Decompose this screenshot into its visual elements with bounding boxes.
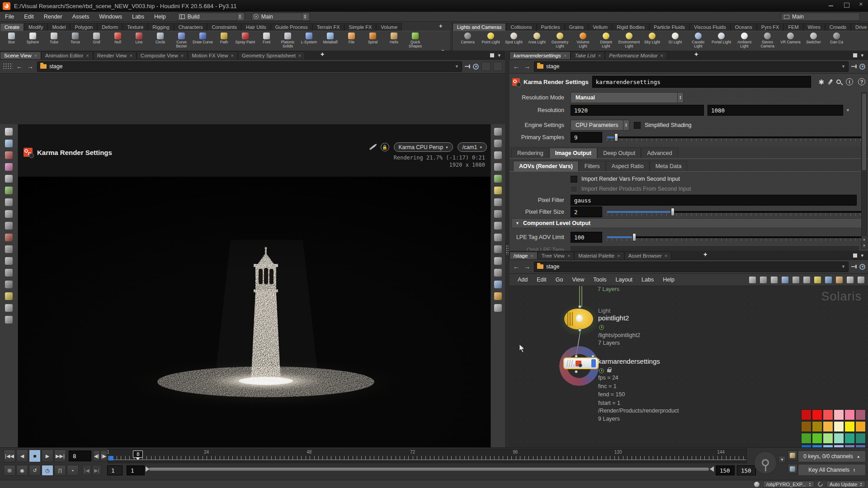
karma-render-settings-node[interactable] [563,357,599,369]
pane-tab[interactable]: Tree View [538,252,575,259]
main-menu-selector[interactable]: Main [251,13,310,21]
shelf-tab[interactable]: Constraints [207,23,241,31]
palette-color-swatch[interactable] [844,409,855,420]
shelf-tool[interactable]: Stereo Camera [757,31,778,51]
menu-item[interactable]: Assets [67,14,94,20]
back-arrow-icon[interactable]: ← [15,63,24,70]
palette-color-swatch[interactable] [834,409,844,420]
shelf-tab[interactable]: Oceans [731,23,757,31]
play-reverse-button[interactable]: ◀ [16,450,28,462]
pane-maximize-icon[interactable] [853,53,857,57]
add-pane-tab-button[interactable]: + [316,51,328,58]
back-arrow-icon[interactable]: ← [512,63,520,70]
viewport-tool-icon[interactable] [494,128,502,136]
shelf-tab[interactable]: Modify [24,23,47,31]
path-dropdown-icon[interactable]: ▼ [841,64,845,69]
viewport-tool-icon[interactable] [494,151,502,159]
import-render-vars-checkbox[interactable] [571,176,577,183]
link-target-icon[interactable] [473,64,479,70]
shelf-tab[interactable]: Characters [174,23,208,31]
menu-item[interactable]: Tools [589,277,611,283]
shelf-tool[interactable]: Torus [65,31,86,51]
maximize-button[interactable] [844,2,849,7]
palette-color-swatch[interactable] [855,421,866,432]
palette-color-swatch[interactable] [855,409,866,420]
key-all-channels-button[interactable]: Key All Channels [798,464,866,476]
network-toolbar-icon[interactable] [793,277,799,283]
close-tab-icon[interactable] [598,53,601,58]
viewport-tool-icon[interactable] [5,316,13,324]
go-to-end-button[interactable]: ▶▶| [54,450,66,462]
viewport-tool-icon[interactable] [5,151,13,159]
key-options-dropdown[interactable]: ▼ [778,456,786,463]
shelf-tool[interactable]: Path [213,31,235,51]
viewport-tool-icon[interactable] [494,292,502,300]
frame-ruler[interactable]: 124487296120144 8 [108,449,747,463]
keyframe-marker[interactable] [109,456,113,460]
network-toolbar-icon[interactable] [771,277,778,283]
menu-item[interactable]: Labs [127,14,149,20]
node-name-label[interactable]: pointlight2 [598,314,629,322]
pane-tab[interactable]: Performance Monitor [605,52,667,59]
pointlight-node[interactable] [564,309,593,329]
brush-icon[interactable] [828,79,833,85]
pin-icon[interactable] [851,64,857,69]
node-name-label[interactable]: karmarendersettings [598,357,660,365]
palette-color-swatch[interactable] [812,421,822,432]
pin-icon[interactable] [851,264,857,269]
playback-start-field[interactable]: 1 [127,465,145,475]
shelf-tool[interactable]: Spiral [362,31,383,51]
prev-keyframe-button[interactable]: ◀| [93,450,100,461]
gear-menu-icon[interactable]: ✱ [818,79,824,85]
viewport-tool-icon[interactable] [494,175,502,183]
shelf-tool[interactable]: Box [1,31,22,51]
component-level-output-section[interactable]: Component Level Output [511,218,862,228]
viewport-tool-icon[interactable] [5,292,13,300]
set-key-button[interactable] [754,451,777,474]
shelf-tab[interactable]: Lights and Cameras [453,23,506,31]
viewport-tool-icon[interactable] [494,257,502,265]
shelf-tool[interactable]: Metaball [320,31,341,51]
shelf-tool[interactable]: Draw Curve [192,31,213,51]
shelf-tab[interactable]: Wires [803,23,825,31]
range-end-handle[interactable] [710,466,714,472]
network-path-input[interactable]: stage ▼ [534,262,849,272]
shelf-tool[interactable]: Switcher [803,31,824,51]
add-pane-tab-button[interactable]: + [690,51,702,58]
viewport-tool-icon[interactable] [494,269,502,277]
lpe-limit-slider[interactable] [607,233,863,241]
node-connector[interactable] [591,355,594,358]
param-tab[interactable]: Image Output [549,148,598,158]
shelf-tool[interactable]: Geometry Light [549,31,571,51]
viewport-tool-icon[interactable] [5,281,13,288]
viewport-tool-icon[interactable] [5,210,13,218]
current-frame-flag[interactable]: 8 [133,450,143,458]
playback-range-bar[interactable] [149,468,709,471]
path-dropdown-icon[interactable]: ▼ [455,64,459,69]
close-tab-icon[interactable] [567,253,570,258]
close-tab-icon[interactable] [129,53,132,58]
shelf-tool[interactable]: Sphere [22,31,43,51]
range-start-field[interactable]: 1 [107,465,123,475]
display-options-button[interactable] [481,62,491,71]
pane-tab[interactable]: Scene View [0,52,41,59]
close-tab-icon[interactable] [660,53,663,58]
param-subtab[interactable]: Filters [579,161,606,171]
lock-camera-icon[interactable]: 🔒 [381,143,389,151]
pane-tab[interactable]: Motion FX View [188,52,238,59]
shelf-tab[interactable]: Simple FX [344,23,377,31]
network-toolbar-icon[interactable] [760,277,767,283]
forward-arrow-icon[interactable]: → [26,63,34,70]
shelf-tab[interactable]: Pyro FX [757,23,784,31]
viewport-tool-icon[interactable] [5,140,13,147]
shelf-tool[interactable]: Camera [457,31,478,51]
shelf-tool[interactable]: Spray Paint [235,31,256,51]
pane-tab[interactable]: Geometry Spreadsheet [238,52,305,59]
minimize-button[interactable] [828,2,834,7]
path-dropdown-icon[interactable]: ▼ [841,264,845,269]
close-tab-icon[interactable] [617,253,620,258]
shelf-tool[interactable]: Helix [383,31,405,51]
network-toolbar-icon[interactable] [825,277,832,283]
palette-color-swatch[interactable] [823,421,833,432]
shelf-tool[interactable]: L-System [298,31,320,51]
